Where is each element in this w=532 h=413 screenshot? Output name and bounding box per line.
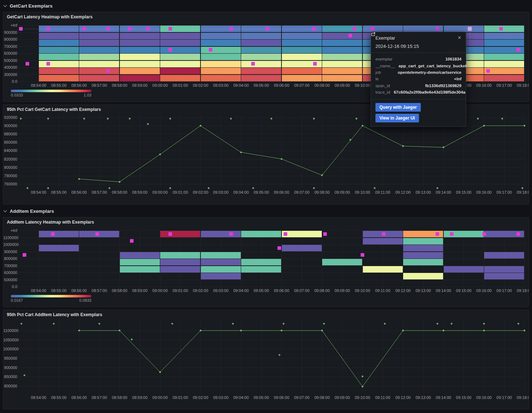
exemplar-diamond[interactable] xyxy=(252,187,254,189)
exemplar-marker[interactable] xyxy=(106,27,110,31)
exemplar-marker[interactable] xyxy=(517,232,520,236)
exemplar-diamond[interactable] xyxy=(374,187,376,189)
exemplar-marker[interactable] xyxy=(82,27,86,31)
data-point[interactable] xyxy=(524,125,526,127)
exemplar-diamond[interactable] xyxy=(129,117,131,120)
panel-title[interactable]: AddItem Latency Heatmap with Exemplars xyxy=(7,220,94,225)
panel-title[interactable]: GetCart Latency Heatmap with Exemplars xyxy=(7,14,93,19)
exemplar-diamond[interactable] xyxy=(501,117,503,120)
exemplar-marker[interactable] xyxy=(107,69,110,73)
exemplar-diamond[interactable] xyxy=(171,323,173,325)
exemplar-marker[interactable] xyxy=(146,27,150,31)
exemplar-marker[interactable] xyxy=(266,27,269,31)
exemplar-marker[interactable] xyxy=(229,232,233,236)
exemplar-diamond[interactable] xyxy=(355,117,357,120)
exemplar-marker[interactable] xyxy=(382,232,386,236)
exemplar-diamond[interactable] xyxy=(53,323,55,325)
exemplar-diamond[interactable] xyxy=(483,323,485,325)
exemplar-marker[interactable] xyxy=(46,62,50,66)
exemplar-marker[interactable] xyxy=(130,239,134,243)
exemplar-diamond[interactable] xyxy=(283,323,285,325)
exemplar-marker[interactable] xyxy=(517,48,520,51)
exemplar-marker[interactable] xyxy=(436,232,439,236)
exemplar-marker[interactable] xyxy=(26,62,29,66)
exemplar-marker[interactable] xyxy=(436,27,439,31)
exemplar-diamond[interactable] xyxy=(278,354,280,356)
exemplar-diamond[interactable] xyxy=(232,323,234,325)
data-point[interactable] xyxy=(78,178,80,180)
exemplar-marker[interactable] xyxy=(168,232,172,236)
close-icon[interactable]: ✕ xyxy=(457,35,461,40)
exemplar-diamond[interactable] xyxy=(323,323,325,325)
view-in-jaeger-ui-button[interactable]: View in Jaeger UI xyxy=(375,114,419,122)
exemplar-diamond[interactable] xyxy=(169,187,171,189)
exemplar-diamond[interactable] xyxy=(131,338,133,341)
exemplar-marker[interactable] xyxy=(251,62,255,66)
exemplar-diamond[interactable] xyxy=(98,323,100,325)
exemplar-diamond[interactable] xyxy=(47,117,49,120)
exemplar-diamond[interactable] xyxy=(20,117,22,120)
exemplar-marker[interactable] xyxy=(323,232,327,236)
exemplar-diamond[interactable] xyxy=(436,323,438,325)
exemplar-marker[interactable] xyxy=(313,62,317,66)
exemplar-marker[interactable] xyxy=(229,27,233,31)
exemplar-marker[interactable] xyxy=(19,27,23,31)
exemplar-marker[interactable] xyxy=(23,253,26,257)
exemplar-diamond[interactable] xyxy=(26,187,28,189)
exemplar-marker[interactable] xyxy=(95,232,99,236)
exemplar-diamond[interactable] xyxy=(450,323,452,325)
exemplar-diamond[interactable] xyxy=(384,323,386,325)
exemplar-marker[interactable] xyxy=(284,232,287,236)
exemplar-marker[interactable] xyxy=(278,246,281,250)
data-point[interactable] xyxy=(443,330,445,332)
data-point[interactable] xyxy=(119,181,121,183)
exemplar-diamond[interactable] xyxy=(313,187,315,189)
exemplar-marker[interactable] xyxy=(168,48,172,51)
exemplar-diamond[interactable] xyxy=(83,117,85,120)
exemplar-diamond[interactable] xyxy=(313,117,315,120)
panel-title[interactable]: 95th Pct Cart AddItem Latency with Exemp… xyxy=(7,312,102,317)
data-point[interactable] xyxy=(119,330,121,332)
exemplar-diamond[interactable] xyxy=(108,187,111,189)
data-point[interactable] xyxy=(402,145,404,147)
section-header-getcart-exemplars[interactable]: GetCart Exemplars xyxy=(3,1,529,10)
exemplar-marker[interactable] xyxy=(46,27,50,31)
data-point[interactable] xyxy=(483,330,485,332)
data-point[interactable] xyxy=(524,330,526,332)
data-point[interactable] xyxy=(281,330,283,332)
exemplar-marker[interactable] xyxy=(209,48,212,51)
exemplar-diamond[interactable] xyxy=(436,187,438,189)
exemplar-marker[interactable] xyxy=(312,27,316,31)
exemplar-diamond[interactable] xyxy=(230,117,232,120)
exemplar-marker[interactable] xyxy=(450,232,454,236)
data-point[interactable] xyxy=(78,330,80,332)
query-with-jaeger-button[interactable]: Query with Jaeger xyxy=(375,103,421,112)
data-point[interactable] xyxy=(321,330,323,332)
exemplar-marker[interactable] xyxy=(486,69,490,73)
exemplar-diamond[interactable] xyxy=(208,187,210,189)
exemplar-diamond[interactable] xyxy=(20,323,22,325)
data-point[interactable] xyxy=(200,125,202,127)
exemplar-marker[interactable] xyxy=(51,232,55,236)
data-point[interactable] xyxy=(402,330,404,332)
exemplar-marker[interactable] xyxy=(499,27,503,31)
exemplar-marker[interactable] xyxy=(168,27,172,31)
data-point[interactable] xyxy=(362,386,364,387)
data-point[interactable] xyxy=(281,158,283,160)
exemplar-diamond[interactable] xyxy=(477,117,479,120)
exemplar-marker[interactable] xyxy=(348,34,352,37)
panel-title[interactable]: 95th Pct Cart GetCart Latency with Exemp… xyxy=(7,107,101,112)
exemplar-diamond[interactable] xyxy=(47,187,49,189)
exemplar-diamond[interactable] xyxy=(107,117,109,120)
data-point[interactable] xyxy=(321,174,323,176)
data-point[interactable] xyxy=(362,125,364,127)
exemplar-diamond[interactable] xyxy=(23,374,26,376)
exemplar-diamond[interactable] xyxy=(169,117,171,120)
data-point[interactable] xyxy=(240,152,242,153)
exemplar-marker-selected[interactable] xyxy=(468,27,472,31)
data-point[interactable] xyxy=(240,330,242,332)
exemplar-diamond[interactable] xyxy=(361,375,364,377)
exemplar-diamond[interactable] xyxy=(521,187,523,189)
data-point[interactable] xyxy=(443,147,445,148)
data-point[interactable] xyxy=(159,371,161,373)
